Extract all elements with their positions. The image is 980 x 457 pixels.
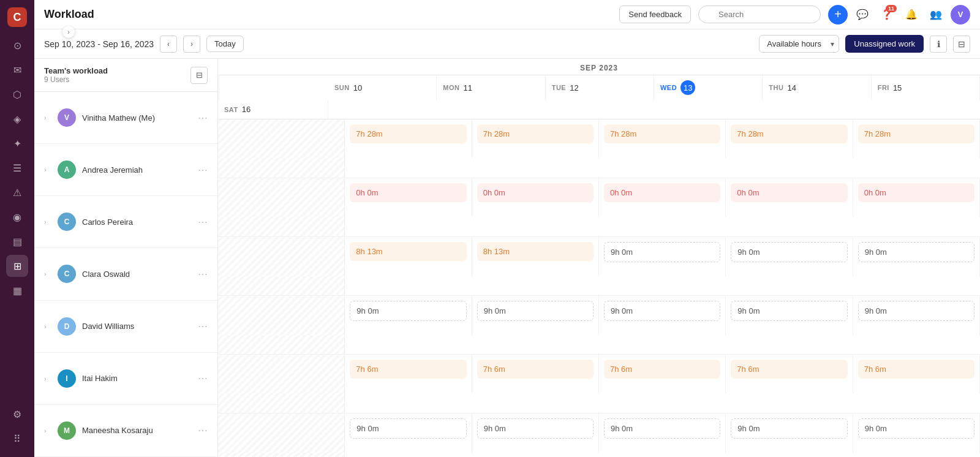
grid-cell-thu[interactable]: 7h 28m bbox=[726, 119, 853, 158]
grid-cell-sun bbox=[218, 414, 345, 453]
today-button[interactable]: Today bbox=[206, 36, 244, 52]
grid-cell-fri[interactable]: 9h 0m bbox=[853, 296, 980, 335]
grid-cell-fri[interactable]: 0h 0m bbox=[853, 178, 980, 217]
time-value: 0h 0m bbox=[350, 183, 466, 202]
grid-cell-tue[interactable]: 9h 0m bbox=[472, 414, 599, 453]
list-item[interactable]: › C Clara Oswald ⋯ bbox=[34, 248, 217, 300]
user-more-icon[interactable]: ⋯ bbox=[198, 372, 208, 384]
grid-cell-fri[interactable]: 7h 28m bbox=[853, 119, 980, 158]
user-name: Maneesha Kosaraju bbox=[82, 426, 153, 435]
notifications-button[interactable]: 🔔 bbox=[902, 5, 921, 25]
list-item[interactable]: › A Andrea Jeremiah ⋯ bbox=[34, 144, 217, 196]
user-more-icon[interactable]: ⋯ bbox=[198, 112, 208, 124]
topbar-actions: + 💬 ❓ 11 🔔 👥 V bbox=[828, 5, 970, 25]
grid-cell-mon[interactable]: 7h 6m bbox=[345, 355, 472, 393]
sidebar-item-settings[interactable]: ⚙ bbox=[6, 403, 28, 425]
sidebar-item-grid[interactable]: ⠿ bbox=[6, 428, 28, 450]
sidebar-collapse-button[interactable]: › bbox=[62, 26, 75, 38]
time-value: 7h 6m bbox=[477, 360, 594, 379]
filter-button[interactable]: ⊟ bbox=[953, 36, 970, 53]
user-more-icon[interactable]: ⋯ bbox=[198, 164, 208, 176]
unassigned-work-button[interactable]: Unassigned work bbox=[845, 35, 924, 53]
day-header-mon: MON 11 bbox=[437, 75, 545, 100]
list-item[interactable]: › D David Williams ⋯ bbox=[34, 301, 217, 353]
user-row-chevron: › bbox=[44, 166, 51, 173]
team-workload-label: Team's workload bbox=[44, 66, 108, 75]
avatar: M bbox=[58, 421, 76, 440]
sidebar-item-workload[interactable]: ⊞ bbox=[6, 255, 28, 277]
user-more-icon[interactable]: ⋯ bbox=[198, 268, 208, 280]
grid-cell-wed[interactable]: 7h 6m bbox=[599, 355, 726, 393]
avatar[interactable]: V bbox=[951, 5, 970, 25]
grid-cell-wed[interactable]: 9h 0m bbox=[599, 237, 726, 276]
time-value: 7h 28m bbox=[350, 124, 466, 143]
sidebar-item-alert[interactable]: ⚠ bbox=[6, 181, 28, 203]
sidebar-item-shield[interactable]: ◈ bbox=[6, 108, 28, 130]
left-panel-labels: Team's workload 9 Users bbox=[44, 66, 108, 84]
info-button[interactable]: ℹ bbox=[930, 36, 947, 53]
grid-cell-fri[interactable]: 9h 0m bbox=[853, 237, 980, 276]
time-value: 9h 0m bbox=[477, 418, 594, 439]
help-button[interactable]: ❓ 11 bbox=[877, 5, 897, 25]
date-navigation-bar: Sep 10, 2023 - Sep 16, 2023 ‹ › Today Av… bbox=[34, 29, 980, 59]
grid-cell-tue[interactable]: 7h 28m bbox=[472, 119, 599, 158]
prev-week-button[interactable]: ‹ bbox=[160, 36, 177, 53]
sidebar-item-star[interactable]: ✦ bbox=[6, 132, 28, 154]
grid-cell-fri[interactable]: 9h 0m bbox=[853, 414, 980, 453]
time-value: 9h 0m bbox=[731, 301, 847, 321]
sidebar-item-chart[interactable]: ▦ bbox=[6, 279, 28, 301]
grid-cell-thu[interactable]: 9h 0m bbox=[726, 237, 853, 276]
grid-cell-mon[interactable]: 9h 0m bbox=[345, 296, 472, 335]
sidebar-item-layers[interactable]: ◉ bbox=[6, 206, 28, 228]
user-more-icon[interactable]: ⋯ bbox=[198, 425, 208, 436]
grid-cell-wed[interactable]: 9h 0m bbox=[599, 296, 726, 335]
search-container: 🔍 bbox=[698, 6, 821, 23]
sidebar-item-home[interactable]: ⊙ bbox=[6, 34, 28, 56]
user-row-chevron: › bbox=[44, 218, 51, 225]
grid-cell-tue[interactable]: 8h 13m bbox=[472, 237, 599, 276]
grid-cell-tue[interactable]: 7h 6m bbox=[472, 355, 599, 393]
grid-cell-tue[interactable]: 9h 0m bbox=[472, 296, 599, 335]
grid-cell-mon[interactable]: 9h 0m bbox=[345, 414, 472, 453]
user-more-icon[interactable]: ⋯ bbox=[198, 216, 208, 228]
grid-cell-fri[interactable]: 7h 6m bbox=[853, 355, 980, 393]
grid-cell-thu[interactable]: 9h 0m bbox=[726, 296, 853, 335]
sidebar-item-list[interactable]: ☰ bbox=[6, 157, 28, 179]
sidebar-item-inbox[interactable]: ✉ bbox=[6, 59, 28, 81]
grid-cell-mon[interactable]: 7h 28m bbox=[345, 119, 472, 158]
sidebar-item-bugs[interactable]: ⬡ bbox=[6, 83, 28, 105]
grid-cell-wed[interactable]: 7h 28m bbox=[599, 119, 726, 158]
logo[interactable]: C bbox=[7, 7, 27, 27]
time-value: 9h 0m bbox=[477, 301, 594, 321]
user-row-chevron: › bbox=[44, 270, 51, 278]
add-button[interactable]: + bbox=[828, 5, 848, 25]
list-item[interactable]: › I Itai Hakim ⋯ bbox=[34, 353, 217, 405]
user-name: Andrea Jeremiah bbox=[82, 165, 143, 175]
search-input[interactable] bbox=[698, 6, 821, 23]
user-more-icon[interactable]: ⋯ bbox=[198, 320, 208, 332]
grid-cell-mon[interactable]: 8h 13m bbox=[345, 237, 472, 276]
available-hours-select[interactable]: Available hours bbox=[759, 35, 839, 53]
grid-cell-wed[interactable]: 0h 0m bbox=[599, 178, 726, 217]
messages-button[interactable]: 💬 bbox=[853, 5, 872, 25]
sidebar-item-file[interactable]: ▤ bbox=[6, 230, 28, 252]
grid-cell-thu[interactable]: 9h 0m bbox=[726, 414, 853, 453]
grid-cell-thu[interactable]: 0h 0m bbox=[726, 178, 853, 217]
grid-cell-sat bbox=[218, 158, 345, 178]
grid-cell-thu[interactable]: 7h 6m bbox=[726, 355, 853, 393]
day-header-sun: SUN 10 bbox=[328, 75, 437, 100]
list-item[interactable]: › V Vinitha Mathew (Me) ⋯ bbox=[34, 92, 217, 144]
team-filter-button[interactable]: ⊟ bbox=[190, 67, 208, 84]
team-button[interactable]: 👥 bbox=[926, 5, 946, 25]
list-item[interactable]: › M Maneesha Kosaraju ⋯ bbox=[34, 405, 217, 457]
table-row: 0h 0m 0h 0m 0h 0m 0h 0m 0h 0m bbox=[218, 178, 980, 237]
table-row: 8h 13m 8h 13m 9h 0m 9h 0m 9h 0m bbox=[218, 237, 980, 296]
send-feedback-button[interactable]: Send feedback bbox=[619, 6, 691, 23]
grid-cell-tue[interactable]: 0h 0m bbox=[472, 178, 599, 217]
next-week-button[interactable]: › bbox=[183, 36, 200, 53]
left-panel: Team's workload 9 Users ⊟ › V Vinitha Ma… bbox=[34, 59, 218, 457]
grid-cell-mon[interactable]: 0h 0m bbox=[345, 178, 472, 217]
list-item[interactable]: › C Carlos Pereira ⋯ bbox=[34, 196, 217, 248]
grid-cell-wed[interactable]: 9h 0m bbox=[599, 414, 726, 453]
user-row-chevron: › bbox=[44, 114, 51, 121]
